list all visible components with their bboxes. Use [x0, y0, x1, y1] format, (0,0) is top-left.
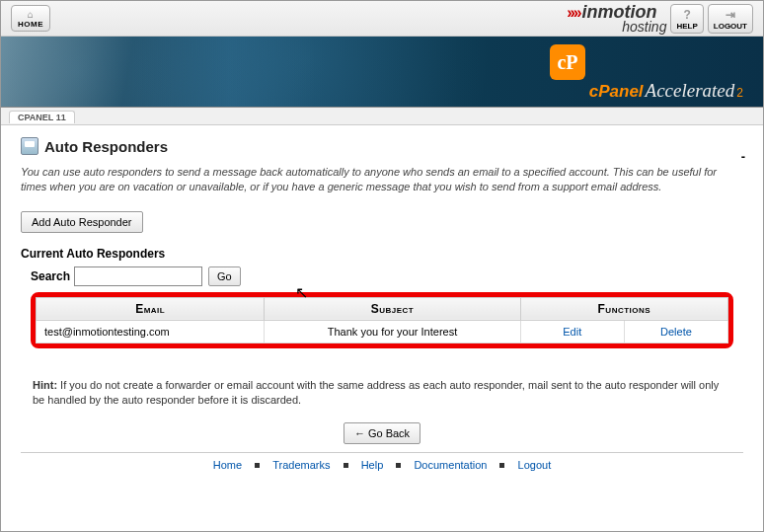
- footer-logout-link[interactable]: Logout: [518, 459, 552, 471]
- separator-icon: [396, 463, 401, 468]
- accelerated-sub: 2: [736, 86, 743, 100]
- banner: cP cPanel Accelerated 2: [1, 37, 763, 108]
- hint-text: Hint: If you do not create a forwarder o…: [33, 378, 731, 409]
- hint-label: Hint:: [33, 379, 57, 391]
- footer-home-link[interactable]: Home: [213, 459, 242, 471]
- brand-logo: ›››› inmotion hosting: [567, 2, 666, 35]
- add-autoresponder-button[interactable]: Add Auto Responder: [21, 211, 143, 233]
- tab-row: CPANEL 11: [1, 108, 763, 125]
- separator-icon: [499, 463, 504, 468]
- content: Auto Responders You can use auto respond…: [1, 125, 763, 489]
- cpanel-text: cPanel Accelerated 2: [589, 80, 743, 102]
- logout-icon: ⇥: [714, 8, 747, 22]
- footer-docs-link[interactable]: Documentation: [414, 459, 487, 471]
- separator-icon: [255, 463, 260, 468]
- banner-graphic: [1, 37, 179, 108]
- edit-link[interactable]: Edit: [563, 326, 581, 338]
- search-row: Search Go: [21, 266, 743, 286]
- cell-email: test@inmotiontesting.com: [37, 320, 265, 342]
- footer-trademarks-link[interactable]: Trademarks: [272, 459, 330, 471]
- go-back-button[interactable]: ← Go Back: [344, 422, 420, 444]
- delete-link[interactable]: Delete: [660, 326, 692, 338]
- help-label: HELP: [676, 22, 697, 31]
- topbar: ⌂ HOME ›››› inmotion hosting ? HELP ⇥ LO…: [1, 1, 763, 37]
- search-label: Search: [31, 269, 70, 283]
- accelerated-word: Accelerated: [646, 80, 735, 102]
- search-input[interactable]: [74, 266, 202, 286]
- separator-icon: [344, 463, 348, 468]
- cell-subject: Thank you for your Interest: [265, 320, 520, 342]
- home-icon: ⌂: [18, 9, 43, 20]
- page-description: You can use auto responders to send a me…: [21, 165, 743, 195]
- current-heading: Current Auto Responders: [21, 247, 743, 261]
- help-icon: ?: [676, 8, 697, 22]
- logout-button[interactable]: ⇥ LOGOUT: [708, 4, 753, 34]
- page-header: Auto Responders: [21, 137, 743, 155]
- collapse-button[interactable]: -: [741, 149, 745, 164]
- help-button[interactable]: ? HELP: [670, 4, 703, 34]
- home-label: HOME: [18, 20, 43, 29]
- footer: Home Trademarks Help Documentation Logou…: [21, 452, 743, 477]
- col-email: Email: [37, 297, 265, 320]
- table-header-row: Email Subject Functions: [37, 297, 728, 320]
- autoresponder-icon: [21, 137, 38, 155]
- footer-help-link[interactable]: Help: [361, 459, 384, 471]
- col-functions: Functions: [520, 297, 727, 320]
- page-title: Auto Responders: [44, 138, 168, 155]
- responders-table: Email Subject Functions test@inmotiontes…: [36, 297, 728, 343]
- hint-body: If you do not create a forwarder or emai…: [33, 379, 719, 406]
- go-button[interactable]: Go: [208, 266, 241, 286]
- col-subject: Subject: [265, 297, 520, 320]
- cpanel-badge-icon: cP: [550, 44, 585, 80]
- tab-cpanel11[interactable]: CPANEL 11: [9, 111, 75, 123]
- highlight-box: Email Subject Functions test@inmotiontes…: [31, 292, 733, 348]
- home-button[interactable]: ⌂ HOME: [11, 5, 50, 32]
- logout-label: LOGOUT: [714, 22, 747, 31]
- cpanel-word: cPanel: [589, 82, 644, 102]
- brand-sub: hosting: [622, 19, 666, 35]
- brand-arrows-icon: ››››: [567, 4, 579, 22]
- table-row: test@inmotiontesting.com Thank you for y…: [37, 320, 728, 342]
